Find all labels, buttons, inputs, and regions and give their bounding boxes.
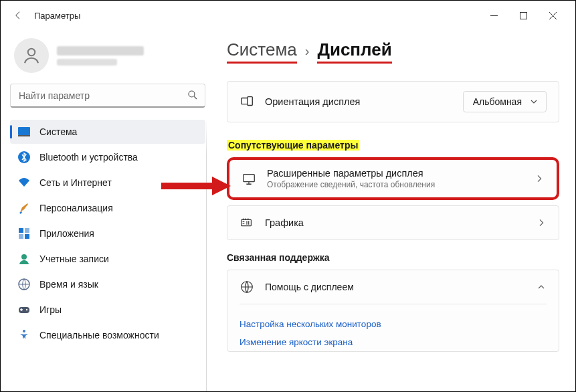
sidebar-item-apps[interactable]: Приложения [10,221,205,246]
titlebar: Параметры [1,1,575,30]
search-icon [187,89,199,101]
svg-rect-9 [25,234,29,239]
window-title: Параметры [34,11,80,21]
svg-rect-6 [19,228,23,233]
advanced-display-label: Расширенные параметры дисплея [267,168,523,179]
chevron-right-icon: › [305,43,310,59]
sidebar-item-label: Приложения [39,228,94,239]
breadcrumb-parent[interactable]: Система [227,39,297,64]
accessibility-icon [18,329,30,341]
sidebar-item-label: Bluetooth и устройства [39,152,138,163]
orientation-row[interactable]: Ориентация дисплея Альбомная [227,81,559,122]
svg-point-1 [28,49,35,56]
sidebar-item-accessibility[interactable]: Специальные возможности [10,323,205,347]
game-icon [18,304,30,316]
system-icon [18,126,30,138]
sidebar-item-personalization[interactable]: Персонализация [10,196,205,220]
svg-point-13 [26,309,27,310]
avatar [14,38,49,73]
svg-rect-7 [25,228,29,233]
svg-point-14 [23,330,25,332]
wifi-icon [18,177,30,189]
user-name-blur [57,46,144,56]
help-globe-icon [239,280,254,294]
sidebar-item-label: Система [39,126,77,137]
related-section-header: Сопутствующие параметры [227,140,359,151]
advanced-display-sub: Отображение сведений, частота обновления [267,180,523,189]
svg-rect-0 [520,12,526,19]
sidebar-item-label: Персонализация [39,203,113,213]
close-button[interactable] [538,5,567,26]
chevron-up-icon [536,282,547,292]
sidebar: Система Bluetooth и устройства Сеть и Ин… [1,30,215,391]
sidebar-item-bluetooth[interactable]: Bluetooth и устройства [10,145,205,169]
sidebar-nav: Система Bluetooth и устройства Сеть и Ин… [10,120,205,347]
maximize-button[interactable] [508,5,538,26]
svg-rect-3 [18,127,30,135]
display-help-label: Помощь с дисплеем [265,282,525,292]
brush-icon [18,202,30,214]
svg-rect-16 [248,97,252,106]
orientation-value: Альбомная [473,96,522,107]
user-email-blur [57,59,117,66]
svg-rect-4 [18,135,30,136]
support-box: Помощь с дисплеем Настройка нескольких м… [227,270,559,352]
multi-monitor-link[interactable]: Настройка нескольких мониторов [239,315,547,333]
brightness-link[interactable]: Изменение яркости экрана [239,333,547,351]
apps-icon [18,227,30,239]
search-field[interactable] [10,84,205,108]
sidebar-item-system[interactable]: Система [10,120,205,144]
minimize-button[interactable] [479,5,508,26]
graphics-icon [239,215,254,230]
chevron-right-icon [536,217,547,228]
sidebar-item-time-language[interactable]: Время и язык [10,272,205,296]
graphics-row[interactable]: Графика [227,205,559,240]
sidebar-item-label: Специальные возможности [39,330,159,340]
svg-rect-8 [19,234,23,239]
sidebar-item-network[interactable]: Сеть и Интернет [10,171,205,195]
display-help-row[interactable]: Помощь с дисплеем [227,270,559,304]
advanced-display-row[interactable]: Расширенные параметры дисплея Отображени… [227,157,559,200]
user-block[interactable] [10,35,205,84]
support-links: Настройка нескольких мониторов Изменение… [239,304,547,351]
chevron-down-icon [529,96,539,107]
svg-rect-17 [244,175,255,182]
bluetooth-icon [18,151,30,163]
sidebar-item-label: Сеть и Интернет [39,177,112,188]
search-input[interactable] [10,84,205,108]
sidebar-item-label: Время и язык [39,279,98,290]
person-icon [18,253,30,265]
orientation-icon [239,94,254,109]
orientation-label: Ориентация дисплея [265,96,452,107]
graphics-label: Графика [265,217,525,228]
svg-point-2 [189,91,195,97]
back-button[interactable] [9,6,27,25]
svg-point-10 [21,254,27,260]
support-section-header: Связанная поддержка [227,252,559,263]
main-content: Система › Дисплей Ориентация дисплея Аль… [215,30,575,391]
breadcrumb-current: Дисплей [317,39,391,64]
window-controls [479,5,567,26]
globe-clock-icon [18,278,30,290]
sidebar-item-label: Игры [39,304,62,315]
monitor-icon [242,171,256,186]
sidebar-separator [206,120,207,392]
sidebar-item-gaming[interactable]: Игры [10,298,205,322]
sidebar-item-accounts[interactable]: Учетные записи [10,247,205,271]
breadcrumb: Система › Дисплей [227,39,559,64]
orientation-dropdown[interactable]: Альбомная [463,91,547,112]
user-text [57,46,144,66]
svg-rect-18 [242,219,252,225]
sidebar-item-label: Учетные записи [39,254,109,264]
chevron-right-icon [534,173,545,184]
